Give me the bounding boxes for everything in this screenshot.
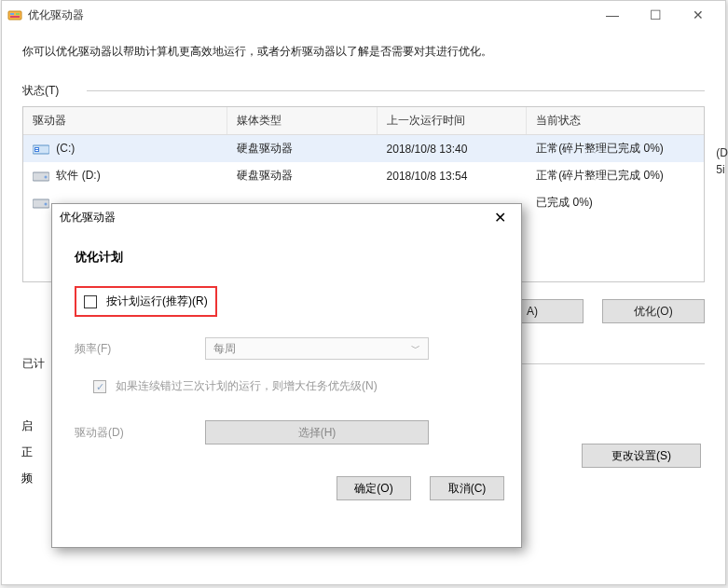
close-button[interactable]: ✕: [677, 1, 720, 29]
change-settings-button[interactable]: 更改设置(S): [582, 444, 701, 468]
os-drive-icon: [33, 143, 49, 156]
dialog-body: 优化计划 按计划运行(推荐)(R) 频率(F) 每周 ﹀ 如果连续错过三次计划的…: [52, 230, 521, 471]
th-last[interactable]: 上一次运行时间: [378, 107, 528, 134]
app-icon: [7, 7, 22, 22]
cell-drive: (C:): [56, 142, 75, 155]
dialog-section-title: 优化计划: [75, 249, 499, 266]
choose-drives-button[interactable]: 选择(H): [205, 420, 429, 444]
scheduled-label: 已计: [22, 356, 45, 372]
ok-button[interactable]: 确定(O): [337, 476, 411, 500]
table-row[interactable]: (C:) 硬盘驱动器 2018/10/8 13:40 正常(碎片整理已完成 0%…: [23, 135, 704, 162]
covered-labels: 启 正 频: [21, 411, 33, 489]
cell-drive: 软件 (D:): [56, 169, 100, 182]
optimize-button[interactable]: 优化(O): [602, 299, 705, 323]
svg-rect-0: [8, 11, 21, 20]
cell-state: 正常(碎片整理已完成 0%): [527, 138, 704, 159]
settings-row: 更改设置(S): [582, 444, 701, 468]
window-controls: — ☐ ✕: [591, 1, 720, 29]
divider: [87, 90, 705, 91]
titlebar: 优化驱动器 — ☐ ✕: [2, 1, 725, 29]
window-title: 优化驱动器: [28, 7, 591, 23]
label-freq: 频: [21, 467, 33, 489]
cell-media: 硬盘驱动器: [227, 165, 378, 186]
label-on: 启: [21, 415, 33, 437]
edge-snippet: (D 5i: [716, 144, 728, 178]
drives-row: 驱动器(D) 选择(H): [75, 420, 499, 444]
drives-label: 驱动器(D): [75, 425, 205, 441]
frequency-label: 频率(F): [75, 341, 205, 357]
table-row[interactable]: 软件 (D:) 硬盘驱动器 2018/10/8 13:54 正常(碎片整理已完成…: [23, 162, 704, 189]
frequency-row: 频率(F) 每周 ﹀: [75, 337, 499, 360]
dialog-titlebar: 优化驱动器 ✕: [52, 204, 521, 230]
svg-point-8: [45, 175, 48, 178]
svg-rect-1: [10, 13, 14, 15]
priority-checkbox[interactable]: [93, 380, 106, 393]
cell-last: 2018/10/8 13:54: [378, 167, 528, 185]
dialog-close-button[interactable]: ✕: [486, 206, 514, 228]
description-text: 你可以优化驱动器以帮助计算机更高效地运行，或者分析驱动器以了解是否需要对其进行优…: [22, 43, 705, 60]
run-schedule-highlight: 按计划运行(推荐)(R): [75, 286, 217, 317]
cell-last: 2018/10/8 13:40: [378, 140, 528, 158]
svg-point-10: [45, 202, 48, 205]
run-schedule-label: 按计划运行(推荐)(R): [106, 294, 208, 309]
frequency-select[interactable]: 每周 ﹀: [205, 337, 429, 360]
svg-rect-2: [16, 13, 20, 15]
cell-state: 已完成 0%): [527, 192, 704, 213]
cell-state: 正常(碎片整理已完成 0%): [527, 165, 704, 186]
dialog-title: 优化驱动器: [60, 210, 486, 226]
hdd-icon: [33, 170, 49, 183]
th-media[interactable]: 媒体类型: [227, 107, 378, 134]
hdd-icon: [33, 197, 49, 210]
label-ok: 正: [21, 441, 33, 463]
run-schedule-checkbox[interactable]: [84, 295, 97, 308]
cancel-button[interactable]: 取消(C): [430, 476, 504, 500]
dialog-footer: 确定(O) 取消(C): [52, 471, 521, 513]
th-state[interactable]: 当前状态: [527, 107, 704, 134]
cell-media: 硬盘驱动器: [227, 138, 378, 159]
priority-label: 如果连续错过三次计划的运行，则增大任务优先级(N): [116, 378, 378, 394]
svg-rect-3: [10, 16, 20, 18]
status-row: 状态(T): [22, 83, 705, 99]
priority-row: 如果连续错过三次计划的运行，则增大任务优先级(N): [93, 378, 499, 394]
table-header: 驱动器 媒体类型 上一次运行时间 当前状态: [23, 107, 704, 135]
status-label: 状态(T): [22, 83, 59, 99]
schedule-dialog: 优化驱动器 ✕ 优化计划 按计划运行(推荐)(R) 频率(F) 每周 ﹀ 如果连…: [51, 203, 522, 548]
minimize-button[interactable]: —: [591, 1, 634, 29]
frequency-value: 每周: [213, 341, 236, 357]
chevron-down-icon: ﹀: [411, 342, 420, 355]
maximize-button[interactable]: ☐: [634, 1, 677, 29]
th-drive[interactable]: 驱动器: [23, 107, 227, 134]
svg-rect-6: [34, 147, 39, 152]
